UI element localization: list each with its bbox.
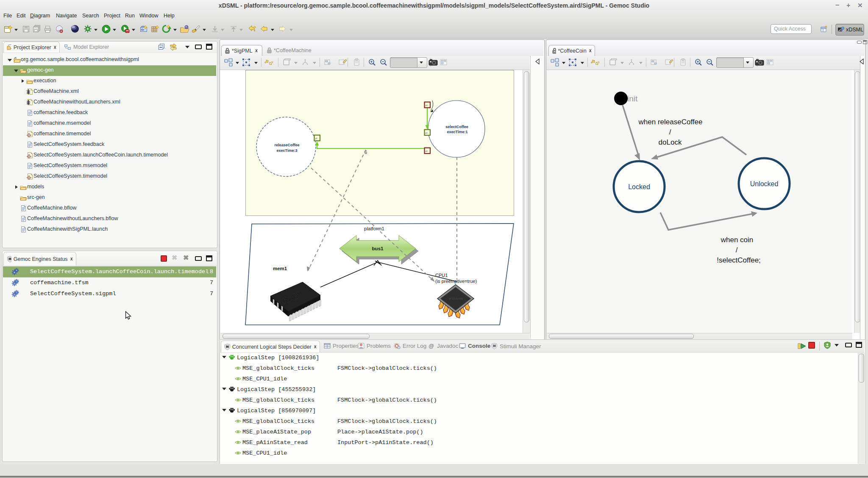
svg-text:when coin: when coin — [721, 236, 754, 244]
svg-text:selectCoffee: selectCoffee — [445, 125, 468, 129]
svg-text:μl..: μl.. — [426, 104, 429, 106]
svg-text:μl..: μl.. — [426, 150, 429, 152]
svg-text:Gr: Gr — [141, 28, 145, 31]
svg-text:Locked: Locked — [628, 183, 650, 190]
svg-text:/: / — [669, 128, 671, 136]
svg-text:NUVOLA: NUVOLA — [448, 297, 463, 301]
svg-text:execTime:3: execTime:3 — [277, 148, 298, 153]
svg-text:Unlocked: Unlocked — [750, 180, 779, 187]
svg-text:execTime:1: execTime:1 — [447, 130, 468, 134]
svg-text:!selectCoffee;: !selectCoffee; — [717, 256, 761, 264]
svg-text:@: @ — [428, 343, 434, 349]
svg-text:(is preemptive=true): (is preemptive=true) — [435, 279, 477, 284]
svg-text:when releaseCoffee: when releaseCoffee — [638, 118, 703, 126]
svg-text:μl..: μl.. — [315, 137, 319, 140]
svg-text:doLock: doLock — [659, 138, 682, 146]
svg-text:/: / — [736, 246, 738, 254]
svg-text:CPU1: CPU1 — [435, 273, 448, 278]
svg-text:bus1: bus1 — [372, 246, 384, 251]
svg-text:μl..: μl.. — [426, 131, 429, 134]
svg-text:platform1: platform1 — [364, 226, 384, 231]
svg-text:mem1: mem1 — [273, 266, 287, 271]
svg-text:releaseCoffee: releaseCoffee — [274, 143, 299, 147]
svg-text:init: init — [627, 94, 638, 103]
